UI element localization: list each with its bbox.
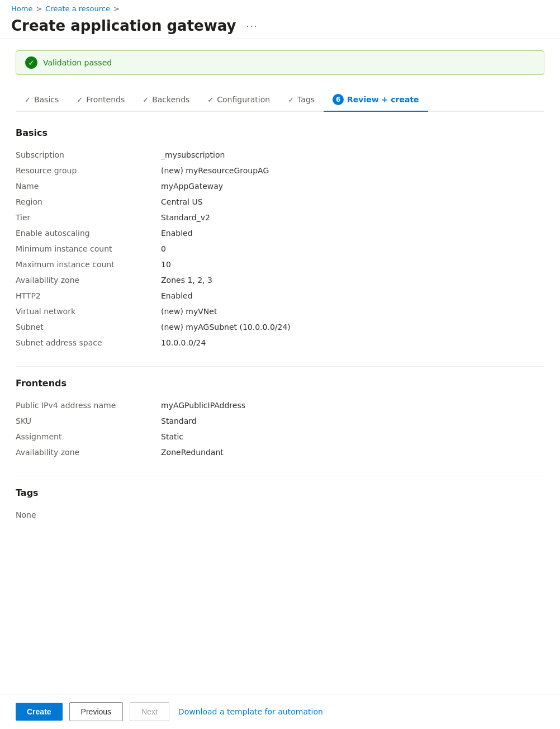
value-region: Central US [161,197,544,206]
field-availability-zone: Availability zone Zones 1, 2, 3 [16,272,544,288]
field-max-instance: Maximum instance count 10 [16,257,544,272]
tab-backends[interactable]: ✓ Backends [134,89,198,111]
next-button: Next [130,702,169,721]
previous-button[interactable]: Previous [69,702,123,721]
label-name: Name [16,182,161,191]
label-tags-none: None [16,510,161,519]
value-max-instance: 10 [161,260,544,269]
field-tier: Tier Standard_v2 [16,210,544,225]
label-min-instance: Minimum instance count [16,244,161,253]
breadcrumb-create-resource[interactable]: Create a resource [45,4,110,13]
label-max-instance: Maximum instance count [16,260,161,269]
field-tags-none: None [16,507,544,523]
label-resource-group: Resource group [16,166,161,175]
tab-basics-label: Basics [34,95,59,104]
divider-1 [16,366,544,367]
frontends-check-icon: ✓ [77,96,83,104]
breadcrumb: Home > Create a resource > [11,4,549,13]
value-subnet-address: 10.0.0.0/24 [161,338,544,347]
tab-configuration[interactable]: ✓ Configuration [198,89,279,111]
field-subnet-address: Subnet address space 10.0.0.0/24 [16,335,544,351]
field-public-ip: Public IPv4 address name myAGPublicIPAdd… [16,397,544,413]
divider-2 [16,476,544,476]
field-fe-availability-zone: Availability zone ZoneRedundant [16,444,544,460]
tab-tags-label: Tags [297,95,315,104]
breadcrumb-home[interactable]: Home [11,4,32,13]
field-http2: HTTP2 Enabled [16,288,544,304]
value-resource-group: (new) myResourceGroupAG [161,166,544,175]
value-autoscaling: Enabled [161,229,544,238]
value-fe-availability-zone: ZoneRedundant [161,448,544,457]
create-button[interactable]: Create [16,703,63,721]
basics-check-icon: ✓ [25,96,31,104]
label-subnet: Subnet [16,323,161,332]
backends-check-icon: ✓ [143,96,149,104]
frontends-section-title: Frontends [16,378,544,389]
tab-configuration-label: Configuration [217,95,270,104]
label-sku: SKU [16,416,161,425]
tab-tags[interactable]: ✓ Tags [279,89,324,111]
label-autoscaling: Enable autoscaling [16,229,161,238]
field-subscription: Subscription _mysubscription [16,147,544,163]
value-http2: Enabled [161,291,544,300]
frontends-section: Frontends Public IPv4 address name myAGP… [16,378,544,460]
breadcrumb-sep2: > [113,4,120,13]
field-region: Region Central US [16,194,544,210]
field-vnet: Virtual network (new) myVNet [16,304,544,319]
field-name: Name myAppGateway [16,178,544,194]
tab-backends-label: Backends [152,95,189,104]
label-subscription: Subscription [16,150,161,159]
value-name: myAppGateway [161,182,544,191]
field-resource-group: Resource group (new) myResourceGroupAG [16,163,544,178]
label-subnet-address: Subnet address space [16,338,161,347]
label-public-ip: Public IPv4 address name [16,401,161,410]
template-link[interactable]: Download a template for automation [176,703,325,721]
label-assignment: Assignment [16,432,161,441]
value-availability-zone: Zones 1, 2, 3 [161,276,544,285]
tab-frontends-label: Frontends [86,95,125,104]
value-assignment: Static [161,432,544,441]
review-badge: 6 [333,94,344,105]
footer: Create Previous Next Download a template… [0,694,560,729]
label-http2: HTTP2 [16,291,161,300]
validation-check-icon [25,56,37,69]
validation-text: Validation passed [43,58,112,67]
label-vnet: Virtual network [16,307,161,316]
tags-check-icon: ✓ [288,96,294,104]
value-public-ip: myAGPublicIPAddress [161,401,544,410]
field-autoscaling: Enable autoscaling Enabled [16,225,544,241]
value-subnet: (new) myAGSubnet (10.0.0.0/24) [161,323,544,332]
basics-section: Basics Subscription _mysubscription Reso… [16,127,544,351]
field-sku: SKU Standard [16,413,544,429]
breadcrumb-sep1: > [36,4,42,13]
configuration-check-icon: ✓ [207,96,213,104]
tab-basics[interactable]: ✓ Basics [16,89,68,111]
tab-frontends[interactable]: ✓ Frontends [68,89,134,111]
field-subnet: Subnet (new) myAGSubnet (10.0.0.0/24) [16,319,544,335]
label-region: Region [16,197,161,206]
page-title: Create application gateway [11,17,236,34]
label-tier: Tier [16,213,161,222]
more-options-button[interactable]: ··· [243,19,261,33]
tab-bar: ✓ Basics ✓ Frontends ✓ Backends ✓ Config… [16,88,544,112]
value-tier: Standard_v2 [161,213,544,222]
value-subscription: _mysubscription [161,150,544,159]
field-assignment: Assignment Static [16,429,544,444]
tags-section-title: Tags [16,487,544,498]
basics-section-title: Basics [16,127,544,138]
tab-review-label: Review + create [347,95,419,104]
label-fe-availability-zone: Availability zone [16,448,161,457]
tags-section: Tags None [16,487,544,523]
tab-review-create[interactable]: 6 Review + create [324,88,428,112]
value-vnet: (new) myVNet [161,307,544,316]
validation-banner: Validation passed [16,50,544,75]
label-availability-zone: Availability zone [16,276,161,285]
value-sku: Standard [161,416,544,425]
value-min-instance: 0 [161,244,544,253]
field-min-instance: Minimum instance count 0 [16,241,544,257]
